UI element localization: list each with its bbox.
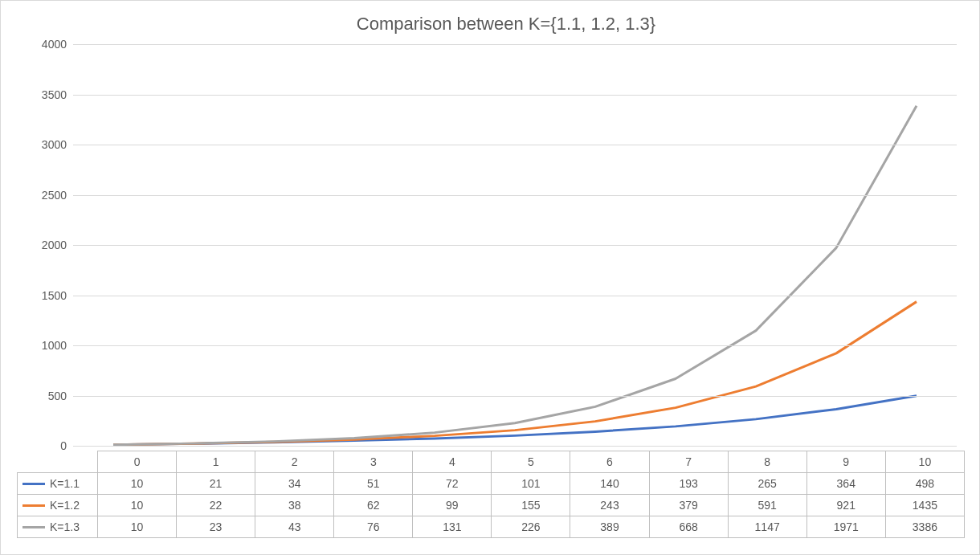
value-cell: 668 [649, 516, 728, 538]
value-cell: 23 [177, 516, 255, 538]
category-cell: 3 [334, 451, 413, 473]
series-name-cell: K=1.2 [18, 495, 98, 516]
value-cell: 193 [649, 473, 728, 495]
legend-swatch-icon [22, 504, 45, 507]
series-name-cell: K=1.3 [18, 516, 98, 538]
value-cell: 921 [806, 495, 885, 516]
value-cell: 364 [806, 473, 885, 495]
y-tick-label: 1500 [27, 289, 67, 302]
category-cell: 1 [177, 451, 255, 473]
category-cell: 6 [570, 451, 649, 473]
value-cell: 38 [255, 495, 334, 516]
plot-area: 05001000150020002500300035004000 [73, 44, 957, 446]
table-row: K=1.11021345172101140193265364498 [18, 473, 965, 495]
category-cell: 0 [98, 451, 177, 473]
gridline [73, 145, 957, 145]
chart-title: Comparison between K={1.1, 1.2, 1.3} [49, 14, 963, 35]
y-tick-label: 500 [27, 390, 67, 402]
table-header-row: 012345678910 [18, 451, 965, 473]
series-line [113, 106, 917, 445]
value-cell: 140 [570, 473, 649, 495]
category-cell: 8 [728, 451, 806, 473]
value-cell: 389 [570, 516, 649, 538]
value-cell: 591 [728, 495, 806, 516]
data-table: 012345678910K=1.110213451721011401932653… [17, 451, 965, 538]
value-cell: 10 [98, 495, 177, 516]
gridline [73, 44, 957, 45]
series-name-label: K=1.2 [50, 499, 80, 512]
value-cell: 76 [334, 516, 413, 538]
y-tick-label: 0 [27, 439, 67, 452]
series-name-label: K=1.1 [50, 477, 80, 490]
table-row: K=1.310234376131226389668114719713386 [18, 516, 965, 538]
value-cell: 43 [255, 516, 334, 538]
series-line [113, 396, 917, 445]
category-cell: 10 [885, 451, 964, 473]
y-tick-label: 1000 [27, 339, 67, 352]
gridline [73, 95, 957, 96]
y-tick-label: 2500 [27, 189, 67, 202]
gridline [73, 446, 957, 447]
y-tick-label: 4000 [27, 38, 67, 51]
legend-swatch-icon [22, 483, 45, 485]
value-cell: 498 [885, 473, 964, 495]
y-tick-label: 3500 [27, 88, 67, 101]
y-tick-label: 3000 [27, 138, 67, 151]
legend-swatch-icon [22, 526, 45, 528]
value-cell: 155 [492, 495, 570, 516]
value-cell: 34 [255, 473, 334, 495]
gridline [73, 396, 957, 397]
value-cell: 62 [334, 495, 413, 516]
value-cell: 22 [177, 495, 255, 516]
value-cell: 226 [492, 516, 570, 538]
gridline [73, 345, 957, 346]
y-tick-label: 2000 [27, 239, 67, 251]
value-cell: 379 [649, 495, 728, 516]
value-cell: 3386 [885, 516, 964, 538]
series-name-label: K=1.3 [50, 520, 80, 533]
value-cell: 243 [570, 495, 649, 516]
value-cell: 101 [492, 473, 570, 495]
value-cell: 131 [413, 516, 492, 538]
gridline [73, 195, 957, 196]
value-cell: 99 [413, 495, 492, 516]
gridline [73, 245, 957, 246]
value-cell: 265 [728, 473, 806, 495]
value-cell: 10 [98, 516, 177, 538]
value-cell: 21 [177, 473, 255, 495]
series-name-cell: K=1.1 [18, 473, 98, 495]
category-cell: 7 [649, 451, 728, 473]
value-cell: 1971 [806, 516, 885, 538]
table-row: K=1.210223862991552433795919211435 [18, 495, 965, 516]
value-cell: 72 [413, 473, 492, 495]
category-cell: 2 [255, 451, 334, 473]
value-cell: 10 [98, 473, 177, 495]
category-cell: 5 [492, 451, 570, 473]
table-corner-cell [18, 451, 98, 473]
value-cell: 51 [334, 473, 413, 495]
value-cell: 1435 [885, 495, 964, 516]
gridline [73, 296, 957, 296]
chart-container: Comparison between K={1.1, 1.2, 1.3} 050… [0, 0, 980, 555]
category-cell: 9 [806, 451, 885, 473]
value-cell: 1147 [728, 516, 806, 538]
category-cell: 4 [413, 451, 492, 473]
